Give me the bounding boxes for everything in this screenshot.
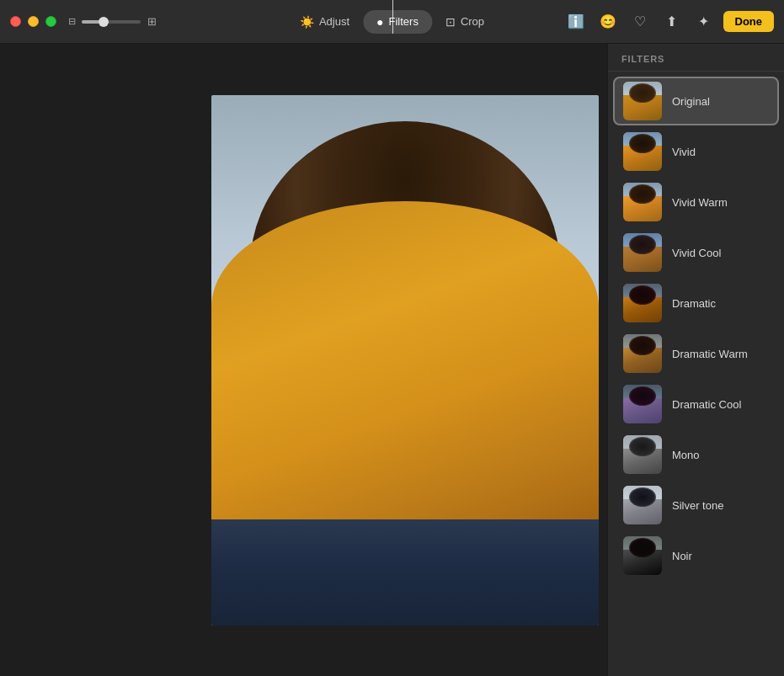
filters-list[interactable]: OriginalVividVivid WarmVivid CoolDramati… xyxy=(608,72,784,676)
filter-item-noir[interactable]: Noir xyxy=(613,531,779,580)
filters-icon: ● xyxy=(376,15,383,29)
photo xyxy=(211,95,599,625)
filters-header: Filters xyxy=(608,44,784,72)
filter-item-dramatic-warm[interactable]: Dramatic Warm xyxy=(613,329,779,378)
filter-item-dramatic-cool[interactable]: Dramatic Cool xyxy=(613,380,779,428)
filter-item-original[interactable]: Original xyxy=(613,77,779,125)
toolbar-tabs: ☀️ Adjust ● Filters ⊡ Crop xyxy=(286,10,498,34)
filter-label-noir: Noir xyxy=(672,550,692,562)
traffic-lights xyxy=(10,16,56,27)
close-button[interactable] xyxy=(10,16,21,27)
filter-thumb-vivid xyxy=(623,132,662,171)
filter-thumb-mono xyxy=(623,435,662,474)
toolbar-right: ℹ️ 😊 ♡ ⬆ ✦ Done xyxy=(563,9,775,35)
filter-item-vivid-warm[interactable]: Vivid Warm xyxy=(613,178,779,226)
filter-label-dramatic-cool: Dramatic Cool xyxy=(672,398,741,411)
filter-label-dramatic-warm: Dramatic Warm xyxy=(672,348,748,360)
image-area xyxy=(202,44,607,676)
favorite-button[interactable]: ♡ xyxy=(627,9,653,35)
filter-item-dramatic[interactable]: Dramatic xyxy=(613,279,779,327)
maximize-button[interactable] xyxy=(45,16,56,27)
zoom-slider[interactable] xyxy=(82,20,141,24)
filters-panel: Filters OriginalVividVivid WarmVivid Coo… xyxy=(607,44,784,676)
minimize-button[interactable] xyxy=(28,16,39,27)
zoom-controls: ⊟ ⊞ xyxy=(65,15,157,29)
done-button[interactable]: Done xyxy=(723,11,775,32)
filter-thumb-dramatic-cool xyxy=(623,385,662,423)
filter-thumb-original xyxy=(623,82,662,120)
zoom-out-icon: ⊟ xyxy=(65,15,78,29)
filter-item-silver-tone[interactable]: Silver tone xyxy=(613,481,779,530)
filter-item-vivid[interactable]: Vivid xyxy=(613,127,779,176)
info-button[interactable]: ℹ️ xyxy=(563,9,589,35)
filter-label-vivid-warm: Vivid Warm xyxy=(672,196,728,209)
tab-crop-label: Crop xyxy=(461,15,484,28)
share-button[interactable]: ⬆ xyxy=(659,9,685,35)
filter-label-dramatic: Dramatic xyxy=(672,297,716,310)
face-detect-button[interactable]: 😊 xyxy=(595,9,621,35)
photo-container xyxy=(211,95,599,625)
tab-adjust-label: Adjust xyxy=(319,15,349,28)
zoom-slider-thumb[interactable] xyxy=(99,17,109,27)
tab-crop[interactable]: ⊡ Crop xyxy=(432,10,498,34)
filter-thumb-vivid-cool xyxy=(623,233,662,272)
filter-item-mono[interactable]: Mono xyxy=(613,430,779,479)
left-panel xyxy=(0,44,202,676)
titlebar: ⊟ ⊞ ☀️ Adjust ● Filters ⊡ Crop ℹ️ 😊 ♡ ⬆ … xyxy=(0,0,784,44)
filter-item-vivid-cool[interactable]: Vivid Cool xyxy=(613,228,779,277)
filter-label-mono: Mono xyxy=(672,449,700,461)
crop-icon: ⊡ xyxy=(445,15,456,29)
tab-filters-label: Filters xyxy=(389,15,419,28)
filter-thumb-vivid-warm xyxy=(623,183,662,221)
photo-cloth xyxy=(211,519,599,625)
filter-label-silver-tone: Silver tone xyxy=(672,499,723,512)
filter-thumb-dramatic xyxy=(623,284,662,322)
tab-filters[interactable]: ● Filters xyxy=(363,10,432,34)
magic-wand-button[interactable]: ✦ xyxy=(691,9,717,35)
filter-label-vivid: Vivid xyxy=(672,146,696,158)
main-content: Filters OriginalVividVivid WarmVivid Coo… xyxy=(0,44,784,676)
tab-adjust[interactable]: ☀️ Adjust xyxy=(286,10,363,34)
zoom-expand-icon[interactable]: ⊞ xyxy=(147,15,157,28)
filter-thumb-silver-tone xyxy=(623,486,662,524)
filter-thumb-dramatic-warm xyxy=(623,334,662,373)
adjust-icon: ☀️ xyxy=(300,15,314,29)
filter-thumb-noir xyxy=(623,536,662,575)
filter-label-vivid-cool: Vivid Cool xyxy=(672,247,721,259)
filter-label-original: Original xyxy=(672,95,710,108)
